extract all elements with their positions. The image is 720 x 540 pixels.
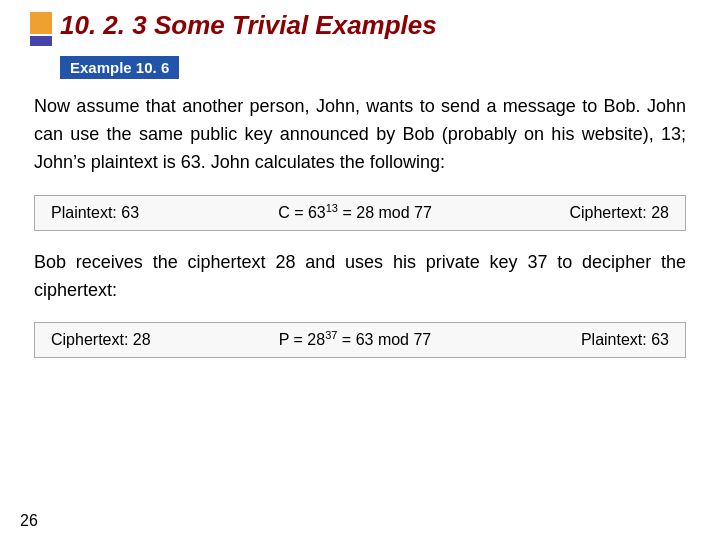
formula-box-1: Plaintext: 63 C = 6313 = 28 mod 77 Ciphe…	[34, 195, 686, 231]
formula1-exponent: 13	[326, 201, 338, 213]
formula1-left: Plaintext: 63	[51, 204, 171, 222]
slide-title: 10. 2. 3 Some Trivial Examples	[60, 10, 437, 41]
example-badge-container: Example 10. 6	[30, 56, 690, 93]
example-badge: Example 10. 6	[60, 56, 179, 79]
formula2-left: Ciphertext: 28	[51, 331, 171, 349]
formula2-center-prefix: P = 28	[279, 331, 325, 348]
formula2-right: Plaintext: 63	[539, 331, 669, 349]
formula1-right: Ciphertext: 28	[539, 204, 669, 222]
title-decoration	[30, 12, 52, 46]
second-paragraph: Bob receives the ciphertext 28 and uses …	[30, 249, 690, 305]
page-container: 10. 2. 3 Some Trivial Examples Example 1…	[0, 0, 720, 540]
formula2-exponent: 37	[325, 329, 337, 341]
formula1-center-suffix: = 28 mod 77	[338, 204, 432, 221]
formula1-center-prefix: C = 63	[278, 204, 326, 221]
page-number: 26	[20, 512, 38, 530]
main-paragraph: Now assume that another person, John, wa…	[30, 93, 690, 177]
formula-box-2: Ciphertext: 28 P = 2837 = 63 mod 77 Plai…	[34, 322, 686, 358]
blue-square	[30, 36, 52, 46]
title-area: 10. 2. 3 Some Trivial Examples	[30, 10, 690, 46]
formula2-center-suffix: = 63 mod 77	[337, 331, 431, 348]
formula1-center: C = 6313 = 28 mod 77	[171, 204, 539, 222]
formula2-center: P = 2837 = 63 mod 77	[171, 331, 539, 349]
orange-square	[30, 12, 52, 34]
